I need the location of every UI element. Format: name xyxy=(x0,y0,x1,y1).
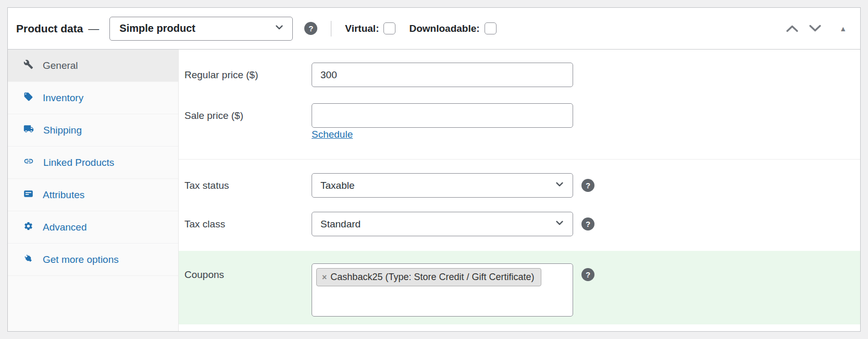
move-down-icon[interactable] xyxy=(809,25,822,32)
tab-advanced[interactable]: Advanced xyxy=(8,211,178,244)
header-divider xyxy=(331,21,331,37)
tab-attributes[interactable]: Attributes xyxy=(8,179,178,211)
coupon-chip: × Cashback25 (Type: Store Credit / Gift … xyxy=(316,268,541,286)
tax-class-help-icon[interactable]: ? xyxy=(581,217,594,231)
general-panel: Regular price ($) Sale price ($) Schedul… xyxy=(179,50,860,331)
tab-get-more-options[interactable]: Get more options xyxy=(8,244,178,276)
downloadable-checkbox[interactable] xyxy=(485,22,497,34)
link-icon xyxy=(23,156,34,169)
header-controls: ▲ xyxy=(786,25,847,32)
collapse-toggle-icon[interactable]: ▲ xyxy=(839,25,847,32)
tax-status-label: Tax status xyxy=(184,180,229,191)
downloadable-label: Downloadable: xyxy=(409,23,479,34)
tag-icon xyxy=(23,92,33,104)
sale-price-label: Sale price ($) xyxy=(184,110,243,122)
tax-class-select[interactable]: Standard xyxy=(312,212,573,236)
coupons-label: Coupons xyxy=(184,269,224,281)
product-data-panel: Product data — Simple product ? Virtual:… xyxy=(7,7,861,332)
tab-label: Get more options xyxy=(43,254,119,265)
tax-status-help-icon[interactable]: ? xyxy=(581,179,594,192)
tab-shipping[interactable]: Shipping xyxy=(8,114,178,147)
tab-label: General xyxy=(43,60,78,71)
tab-label: Attributes xyxy=(43,189,84,201)
tab-general[interactable]: General xyxy=(8,50,178,82)
tab-label: Advanced xyxy=(43,222,87,233)
regular-price-input[interactable] xyxy=(312,63,573,87)
panel-body: General Inventory Shipping Linked Produc… xyxy=(8,50,860,331)
virtual-label: Virtual: xyxy=(345,23,379,34)
chevron-down-icon xyxy=(554,217,565,231)
tax-status-selected: Taxable xyxy=(320,180,355,191)
truck-icon xyxy=(23,124,34,137)
coupon-chip-text: Cashback25 (Type: Store Credit / Gift Ce… xyxy=(330,272,534,283)
chevron-down-icon xyxy=(274,21,285,35)
gear-icon xyxy=(23,221,33,234)
tab-linked-products[interactable]: Linked Products xyxy=(8,147,178,179)
tab-label: Shipping xyxy=(43,125,82,136)
product-type-select[interactable]: Simple product xyxy=(109,17,293,41)
chevron-down-icon xyxy=(554,178,565,192)
tax-class-label: Tax class xyxy=(184,219,225,230)
product-type-selected: Simple product xyxy=(119,22,195,34)
wrench-icon xyxy=(23,59,33,72)
tab-label: Linked Products xyxy=(43,157,114,168)
schedule-link[interactable]: Schedule xyxy=(312,129,353,140)
regular-price-label: Regular price ($) xyxy=(184,69,258,81)
plug-icon xyxy=(23,253,33,266)
product-type-help-icon[interactable]: ? xyxy=(304,22,317,35)
move-up-icon[interactable] xyxy=(786,25,799,32)
tax-status-select[interactable]: Taxable xyxy=(312,173,573,198)
remove-coupon-icon[interactable]: × xyxy=(322,273,327,282)
section-divider xyxy=(179,159,860,160)
tax-class-selected: Standard xyxy=(320,219,361,230)
product-data-tabs: General Inventory Shipping Linked Produc… xyxy=(8,50,179,331)
coupons-multiselect[interactable]: × Cashback25 (Type: Store Credit / Gift … xyxy=(312,263,573,317)
panel-title-dash: — xyxy=(88,22,99,35)
coupons-help-icon[interactable]: ? xyxy=(581,268,594,281)
card-icon xyxy=(23,189,33,201)
panel-header: Product data — Simple product ? Virtual:… xyxy=(8,8,860,50)
panel-title: Product data xyxy=(16,22,83,35)
virtual-checkbox[interactable] xyxy=(383,22,395,34)
tab-inventory[interactable]: Inventory xyxy=(8,82,178,114)
tab-label: Inventory xyxy=(43,92,83,104)
sale-price-input[interactable] xyxy=(312,103,573,128)
